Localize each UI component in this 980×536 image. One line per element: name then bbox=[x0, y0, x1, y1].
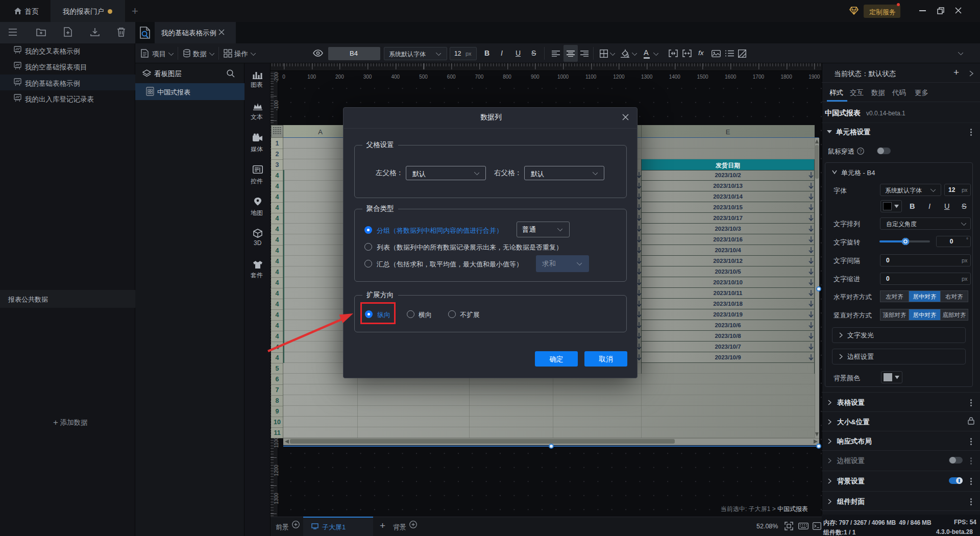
svg-text:?: ? bbox=[859, 149, 862, 154]
